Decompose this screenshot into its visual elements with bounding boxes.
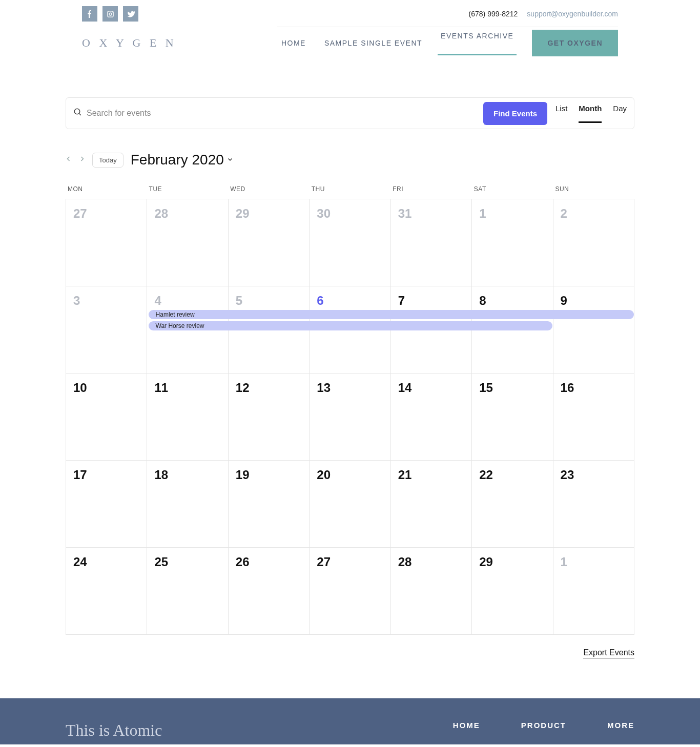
day-number: 24 <box>73 555 147 569</box>
calendar-day[interactable]: 28 <box>147 199 228 286</box>
calendar-day[interactable]: 18 <box>147 461 228 548</box>
day-number: 5 <box>236 294 309 308</box>
calendar-day[interactable]: 31 <box>391 199 472 286</box>
footer-col-home[interactable]: HOME <box>453 721 480 730</box>
day-number: 7 <box>398 294 471 308</box>
twitter-icon[interactable] <box>123 6 138 22</box>
month-picker[interactable]: February 2020 <box>131 152 233 168</box>
calendar-day[interactable]: 26 <box>229 548 310 635</box>
today-button[interactable]: Today <box>92 153 123 168</box>
calendar-day[interactable]: 1 <box>553 548 634 635</box>
logo[interactable]: O X Y G E N <box>82 36 177 50</box>
dow-label: TUE <box>147 185 229 199</box>
calendar-day[interactable]: 16 <box>553 374 634 461</box>
day-number: 29 <box>236 206 309 221</box>
event-bar[interactable]: Hamlet review <box>149 310 634 319</box>
calendar-day[interactable]: 12 <box>229 374 310 461</box>
calendar-day[interactable]: 15 <box>472 374 553 461</box>
day-number: 2 <box>561 206 634 221</box>
nav-home[interactable]: HOME <box>281 39 306 47</box>
export-events-link[interactable]: Export Events <box>583 648 634 658</box>
day-number: 27 <box>317 555 390 569</box>
view-tab-month[interactable]: Month <box>579 104 602 123</box>
calendar-day[interactable]: 19 <box>229 461 310 548</box>
day-number: 1 <box>561 555 634 569</box>
day-number: 28 <box>398 555 471 569</box>
svg-point-0 <box>74 109 80 114</box>
day-number: 25 <box>154 555 228 569</box>
calendar-day[interactable]: 17 <box>66 461 147 548</box>
day-number: 21 <box>398 468 471 482</box>
day-number: 11 <box>154 381 228 395</box>
nav-events-archive[interactable]: EVENTS ARCHIVE <box>441 32 513 54</box>
day-number: 31 <box>398 206 471 221</box>
calendar-day[interactable]: 2 <box>553 199 634 286</box>
next-month-icon[interactable] <box>79 155 85 165</box>
calendar-day[interactable]: 20 <box>310 461 390 548</box>
calendar-day[interactable]: 25 <box>147 548 228 635</box>
day-number: 19 <box>236 468 309 482</box>
day-number: 12 <box>236 381 309 395</box>
calendar-day[interactable]: 10 <box>66 374 147 461</box>
search-input[interactable] <box>87 109 483 118</box>
day-number: 26 <box>236 555 309 569</box>
chevron-down-icon <box>227 156 233 164</box>
day-number: 3 <box>73 294 147 308</box>
footer-col-more[interactable]: MORE <box>607 721 634 730</box>
day-number: 4 <box>154 294 228 308</box>
calendar-day[interactable]: 27 <box>66 199 147 286</box>
day-number: 16 <box>561 381 634 395</box>
calendar-day[interactable]: 27 <box>310 548 390 635</box>
day-number: 6 <box>317 294 390 308</box>
dow-label: FRI <box>390 185 472 199</box>
find-events-button[interactable]: Find Events <box>483 102 547 125</box>
day-number: 30 <box>317 206 390 221</box>
calendar-day[interactable]: 14 <box>391 374 472 461</box>
calendar-day[interactable]: 29 <box>472 548 553 635</box>
day-number: 28 <box>154 206 228 221</box>
phone-text: (678) 999-8212 <box>469 10 518 18</box>
calendar-day[interactable]: 9 <box>553 286 634 374</box>
day-number: 1 <box>479 206 552 221</box>
instagram-icon[interactable] <box>102 6 118 22</box>
day-number: 10 <box>73 381 147 395</box>
view-tab-day[interactable]: Day <box>613 104 627 123</box>
day-number: 8 <box>479 294 552 308</box>
day-number: 18 <box>154 468 228 482</box>
dow-label: MON <box>66 185 147 199</box>
calendar-day[interactable]: 28 <box>391 548 472 635</box>
day-number: 15 <box>479 381 552 395</box>
calendar-day[interactable]: 23 <box>553 461 634 548</box>
calendar-day[interactable]: 13 <box>310 374 390 461</box>
month-label-text: February 2020 <box>131 152 224 168</box>
calendar-day[interactable]: 1 <box>472 199 553 286</box>
email-link[interactable]: support@oxygenbuilder.com <box>527 10 618 18</box>
calendar-day[interactable]: 11 <box>147 374 228 461</box>
day-number: 14 <box>398 381 471 395</box>
calendar-day[interactable]: 21 <box>391 461 472 548</box>
get-oxygen-button[interactable]: GET OXYGEN <box>532 30 618 56</box>
nav-sample-single-event[interactable]: SAMPLE SINGLE EVENT <box>324 39 422 47</box>
day-number: 29 <box>479 555 552 569</box>
calendar-day[interactable]: 29 <box>229 199 310 286</box>
footer-col-product[interactable]: PRODUCT <box>521 721 566 730</box>
dow-label: WED <box>228 185 310 199</box>
dow-label: SAT <box>472 185 553 199</box>
events-search-bar: Find Events List Month Day <box>66 97 634 129</box>
facebook-icon[interactable] <box>82 6 97 22</box>
day-number: 20 <box>317 468 390 482</box>
day-number: 17 <box>73 468 147 482</box>
day-number: 22 <box>479 468 552 482</box>
calendar-day[interactable]: 30 <box>310 199 390 286</box>
search-icon <box>73 108 83 119</box>
view-tab-list[interactable]: List <box>555 104 567 123</box>
footer-title: This is Atomic <box>66 721 162 740</box>
dow-label: SUN <box>553 185 634 199</box>
dow-label: THU <box>310 185 391 199</box>
calendar-day[interactable]: 3 <box>66 286 147 374</box>
calendar-day[interactable]: 22 <box>472 461 553 548</box>
calendar-day[interactable]: 24 <box>66 548 147 635</box>
day-number: 13 <box>317 381 390 395</box>
prev-month-icon[interactable] <box>66 155 72 165</box>
event-bar[interactable]: War Horse review <box>149 321 553 330</box>
